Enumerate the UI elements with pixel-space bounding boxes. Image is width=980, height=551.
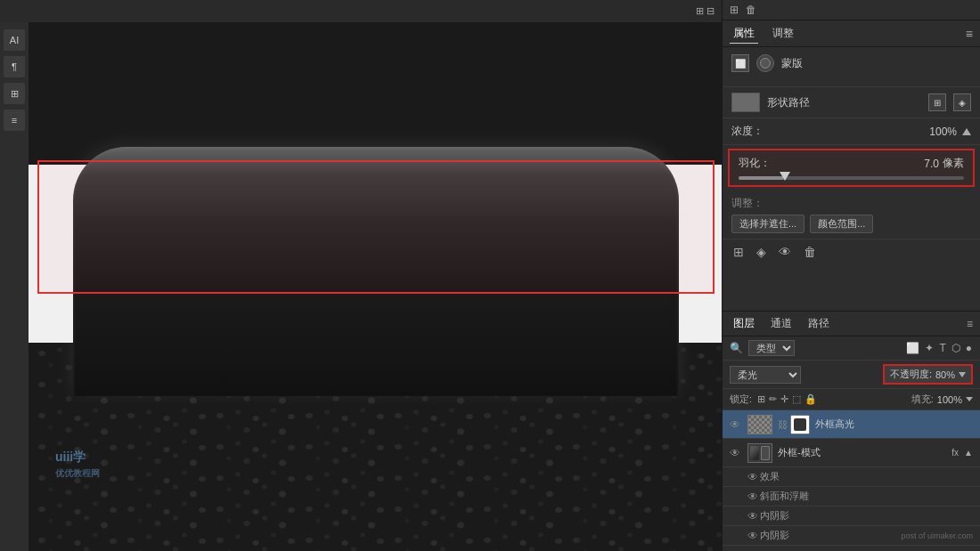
feather-value: 7.0	[924, 158, 939, 170]
layer-sub-innershadow2: 👁 内阴影 post of uimaker.com	[723, 526, 980, 546]
feather-slider-thumb[interactable]	[780, 172, 790, 181]
layer-visibility-bevel[interactable]: 👁	[747, 490, 760, 503]
layer-sub-label-effects: 效果	[760, 470, 780, 483]
adjust-buttons: 选择并遮住... 颜色范围...	[731, 215, 971, 233]
opacity-label: 不透明度:	[890, 368, 932, 381]
trash-properties-icon[interactable]: 🗑	[802, 243, 818, 261]
mask-rect-btn[interactable]: ⬜	[731, 54, 749, 72]
top-bar-icons: ⊞ ⊟	[696, 5, 715, 17]
layer-visibility-1[interactable]: 👁	[730, 418, 742, 431]
tab-properties[interactable]: 属性	[730, 24, 758, 44]
lock-chess-icon[interactable]: ⊞	[757, 393, 765, 405]
device-top-highlight	[73, 147, 679, 218]
layer-visibility-is1[interactable]: 👁	[747, 510, 760, 523]
properties-tabs-row: 属性 调整 ≡	[723, 20, 980, 47]
adjust-section: 调整： 选择并遮住... 颜色范围...	[723, 190, 980, 239]
layer-sub-bevel: 👁 斜面和浮雕	[723, 487, 980, 506]
tab-paths[interactable]: 路径	[804, 314, 833, 333]
tool-icon-bar: AI ¶ ⊞ ≡	[0, 22, 29, 551]
mask-row: ⬜ 蒙版	[731, 54, 971, 72]
feather-label: 羽化：	[739, 156, 774, 171]
opacity-box: 不透明度: 80%	[883, 364, 973, 385]
layer-sub-innershadow1: 👁 内阴影	[723, 506, 980, 526]
lock-all-icon[interactable]: 🔒	[804, 393, 817, 405]
canvas-content: uiii学 优优教程网	[29, 22, 722, 551]
layer-sub-label-bevel: 斜面和浮雕	[760, 490, 809, 503]
feather-section: 羽化： 7.0 像素	[728, 149, 975, 187]
density-triangle[interactable]	[962, 128, 971, 135]
lock-brush-icon[interactable]: ✏	[769, 393, 777, 405]
tool-ai[interactable]: AI	[4, 29, 25, 51]
opacity-value[interactable]: 80%	[935, 369, 955, 380]
fill-dropdown[interactable]	[966, 397, 973, 401]
layer-sub-effects: 👁 效果	[723, 467, 980, 487]
canvas-top-bar: ⊞ ⊟	[0, 0, 722, 22]
filter-icon-adjust[interactable]: ✦	[924, 341, 935, 355]
layers-filter-row: 🔍 类型 ⬜ ✦ T ⬡ ●	[723, 336, 980, 361]
shape-action-btn-2[interactable]: ◈	[953, 93, 971, 111]
eye-properties-icon[interactable]: 👁	[777, 243, 793, 261]
fill-section: 填充: 100%	[911, 393, 973, 406]
density-label: 浓度：	[731, 124, 767, 139]
shape-path-row: 形状路径 ⊞ ◈	[723, 87, 980, 118]
fill-value[interactable]: 100%	[937, 394, 962, 405]
select-and-mask-btn[interactable]: 选择并遮住...	[731, 215, 804, 233]
layer-item-outer-highlight[interactable]: 👁 ⛓ 外框高光	[723, 410, 980, 439]
tab-adjustments[interactable]: 调整	[769, 24, 797, 43]
mask-circle-btn[interactable]	[756, 54, 774, 72]
layers-panel: 图层 通道 路径 ≡ 🔍 类型 ⬜ ✦ T ⬡ ● 柔光 不	[723, 312, 980, 551]
layer-thumbnail-1	[747, 415, 772, 434]
mask-section: ⬜ 蒙版	[723, 47, 980, 87]
tool-paragraph[interactable]: ¶	[4, 56, 25, 77]
lock-label: 锁定:	[730, 393, 752, 406]
properties-icon-row: ⊞ ◈ 👁 🗑	[723, 239, 980, 264]
tab-layers[interactable]: 图层	[730, 314, 758, 333]
filter-icon-shape[interactable]: ⬡	[951, 341, 961, 355]
watermark-line2: 优优教程网	[55, 467, 100, 480]
lock-move-icon[interactable]: ✛	[780, 393, 788, 405]
right-panel: ⊞ 🗑 属性 调整 ≡ ⬜ 蒙版 形状路径 ⊞ ◈	[722, 0, 980, 551]
adjust-label: 调整：	[731, 196, 971, 211]
grid-icon[interactable]: ⊞	[731, 243, 746, 261]
color-range-btn[interactable]: 颜色范围...	[810, 215, 873, 233]
layer-name-1: 外框高光	[815, 417, 973, 431]
filter-search-icon[interactable]: 🔍	[730, 342, 743, 354]
filter-icon-pixel[interactable]: ⬜	[905, 341, 920, 355]
lock-icons: ⊞ ✏ ✛ ⬚ 🔒	[757, 393, 817, 405]
shape-path-label: 形状路径	[767, 95, 921, 110]
filter-icon-text[interactable]: T	[938, 341, 946, 355]
filter-icon-smart[interactable]: ●	[965, 341, 973, 355]
feather-unit: 像素	[943, 156, 964, 171]
blend-opacity-row: 柔光 不透明度: 80%	[723, 361, 980, 389]
layer-type-select[interactable]: 类型	[748, 340, 795, 356]
layer-visibility-2[interactable]: 👁	[730, 447, 742, 459]
tool-grid[interactable]: ⊞	[4, 83, 25, 104]
tool-menu[interactable]: ≡	[4, 109, 25, 131]
layer-link-1: ⛓	[778, 419, 785, 430]
properties-panel: ⊞ 🗑 属性 调整 ≡ ⬜ 蒙版 形状路径 ⊞ ◈	[723, 0, 980, 312]
feather-row: 羽化： 7.0 像素	[739, 156, 964, 171]
layer-item-outer-mode[interactable]: 👁 外框-模式 fx ▲	[723, 439, 980, 467]
layers-menu-icon[interactable]: ≡	[967, 318, 973, 330]
layer-expand-btn-2[interactable]: ▲	[964, 448, 973, 458]
blend-mode-select[interactable]: 柔光	[730, 366, 801, 384]
watermark: uiii学 优优教程网	[55, 450, 100, 480]
feather-slider-track[interactable]	[739, 176, 964, 180]
uimaker-note: post of uimaker.com	[901, 531, 973, 540]
layer-fx-btn-2[interactable]: fx	[951, 448, 959, 458]
filter-icons: ⬜ ✦ T ⬡ ●	[905, 341, 973, 355]
layer-sub-label-is1: 内阴影	[760, 509, 789, 523]
panel-top-icon-2[interactable]: 🗑	[746, 4, 756, 16]
opacity-dropdown[interactable]	[959, 372, 966, 377]
shape-thumbnail	[731, 93, 760, 112]
properties-menu-icon[interactable]: ≡	[966, 27, 973, 41]
tab-channels[interactable]: 通道	[767, 314, 796, 333]
lock-artboard-icon[interactable]: ⬚	[792, 393, 801, 405]
diamond-icon[interactable]: ◈	[755, 243, 768, 261]
shape-action-btn-1[interactable]: ⊞	[928, 93, 946, 111]
canvas-area: ⊞ ⊟ AI ¶ ⊞ ≡ ui	[0, 0, 722, 551]
panel-top-icon-1[interactable]: ⊞	[730, 4, 739, 16]
layer-visibility-effects[interactable]: 👁	[747, 471, 760, 483]
layer-visibility-is2[interactable]: 👁	[747, 530, 760, 542]
layer-thumbnail-2	[747, 443, 772, 463]
